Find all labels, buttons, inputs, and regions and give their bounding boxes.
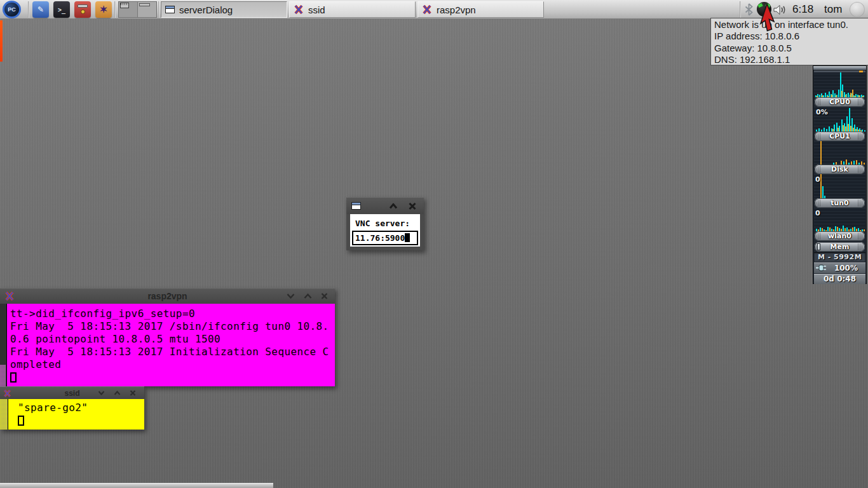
tun0-chart[interactable]: [814, 174, 865, 198]
mem-detail: M - 5992M: [814, 252, 865, 262]
vnc-server-value: 11.76:5900: [355, 233, 405, 243]
rasp2vpn-terminal[interactable]: tt->did_ifconfig_ipv6_setup=0 Fri May 5 …: [0, 304, 335, 386]
ssid-terminal[interactable]: "spare-go2": [0, 399, 144, 430]
taskbar-button-label: rasp2vpn: [437, 4, 476, 15]
terminal-line: tt->did_ifconfig_ipv6_setup=0: [10, 308, 329, 320]
disk-value: 0: [815, 175, 820, 184]
panel-separator: [158, 1, 159, 18]
close-icon[interactable]: [407, 201, 417, 211]
shade-icon[interactable]: [97, 388, 106, 398]
window-menu-icon[interactable]: [351, 202, 361, 210]
package-tool-detail: [78, 4, 88, 8]
disk-chart[interactable]: [814, 141, 865, 165]
cpu0-value: 0%: [816, 108, 828, 116]
desktop-pager[interactable]: [118, 1, 157, 18]
text-cursor: [405, 233, 410, 242]
tun0-value: 0: [815, 209, 820, 217]
top-panel: PC ✎ >_ ✶ serverDialog: [0, 0, 868, 19]
terminal-cursor: [10, 372, 17, 383]
taskbar-button-serverdialog[interactable]: serverDialog: [161, 1, 287, 18]
window-icon: [165, 6, 175, 13]
system-monitor: CPU0 0% CPU1 Disk 0 tun0 0: [813, 65, 867, 284]
rasp2vpn-window: rasp2vpn tt->did_ifconfig_ipv6_setup=0 F…: [0, 288, 335, 386]
disk-chart-graph: [814, 141, 865, 165]
wlan0-chart-graph: [814, 208, 865, 231]
panel-separator: [740, 1, 741, 18]
xterm-icon: [294, 4, 304, 15]
network-notification: Network is up on interface tun0. IP addr…: [710, 18, 868, 65]
bottom-window-edge[interactable]: [0, 483, 273, 488]
taskbar-button-ssid[interactable]: ssid: [289, 1, 416, 18]
krell-marker: [859, 71, 863, 72]
pager-mini-window: [120, 3, 129, 8]
vnc-server-input[interactable]: 11.76:5900: [352, 231, 418, 245]
desktop: PC ✎ >_ ✶ serverDialog: [0, 0, 868, 488]
bluetooth-icon[interactable]: [745, 3, 753, 16]
edge-indicator-stripe: [0, 20, 3, 62]
scrollbar-thumb[interactable]: [0, 365, 6, 386]
power-plug-icon: [816, 264, 826, 271]
tooltip-line: Gateway: 10.8.0.5: [714, 43, 868, 54]
wm-config-icon[interactable]: ✶: [95, 1, 112, 18]
mem-label: Mem: [831, 243, 850, 251]
uptime: 0d 0:48: [814, 274, 865, 284]
cpu0-chart[interactable]: [814, 71, 865, 97]
monitor-top-cap[interactable]: [813, 66, 866, 71]
taskbar-button-label: ssid: [308, 4, 325, 15]
terminal-line: "spare-go2": [18, 402, 88, 414]
cpu0-panel[interactable]: CPU0: [815, 97, 865, 107]
shade-icon[interactable]: [286, 292, 295, 301]
terminal-line: Fri May 5 18:15:13 2017 Initialization S…: [10, 346, 329, 358]
taskbar-button-label: serverDialog: [179, 4, 233, 15]
close-icon[interactable]: [320, 292, 329, 301]
pager-desk-2[interactable]: [138, 2, 157, 17]
mem-panel[interactable]: Mem: [815, 242, 865, 252]
window-title: rasp2vpn: [0, 291, 335, 301]
ssid-titlebar[interactable]: ssid: [0, 386, 144, 399]
vnc-server-label: VNC server:: [355, 219, 410, 228]
battery-row[interactable]: 100%: [814, 262, 865, 273]
package-tool-detail: [81, 10, 85, 14]
mem-krell[interactable]: [817, 243, 820, 250]
battery-value: 100%: [834, 264, 858, 273]
pager-mini-window: [139, 3, 150, 6]
cpu0-chart-graph: [814, 71, 865, 97]
maximize-icon[interactable]: [303, 292, 313, 301]
tooltip-line: Network is up on interface tun0.: [714, 19, 868, 30]
terminal-cursor: [18, 416, 24, 426]
terminal-line: Fri May 5 18:15:13 2017 /sbin/ifconfig t…: [10, 320, 329, 333]
disk-panel[interactable]: Disk: [815, 165, 865, 174]
maximize-icon[interactable]: [112, 388, 122, 398]
text-editor-icon[interactable]: ✎: [32, 1, 49, 18]
maximize-icon[interactable]: [388, 201, 398, 211]
close-icon[interactable]: [128, 388, 137, 398]
tun0-panel[interactable]: tun0: [815, 198, 865, 208]
vnc-dialog-window: VNC server: 11.76:5900: [346, 197, 424, 250]
clock: 6:18: [792, 0, 813, 19]
panel-separator: [114, 1, 116, 18]
pc-logo-icon[interactable]: PC: [3, 1, 21, 18]
vnc-dialog-body: VNC server: 11.76:5900: [350, 214, 420, 247]
cpu1-panel[interactable]: CPU1: [815, 132, 865, 141]
wlan0-panel[interactable]: wlan0: [815, 231, 865, 241]
pager-desk-1[interactable]: [119, 2, 138, 17]
tooltip-line: IP address: 10.8.0.6: [714, 30, 868, 42]
tun0-chart-graph: [814, 174, 865, 198]
terminal-line: 0.6 pointopoint 10.8.0.5 mtu 1500: [10, 333, 329, 346]
xterm-icon: [422, 4, 432, 15]
ssid-window: ssid "spare-go2": [0, 386, 144, 430]
scrollbar[interactable]: [0, 304, 7, 386]
terminal-line: ompleted: [10, 358, 329, 371]
tooltip-line: DNS: 192.168.1.1: [714, 54, 868, 65]
session-faded-icon[interactable]: [850, 2, 865, 17]
scrollbar[interactable]: [0, 399, 8, 430]
terminal-icon[interactable]: >_: [53, 1, 70, 18]
vnc-dialog-titlebar[interactable]: [346, 197, 424, 214]
taskbar-button-rasp2vpn[interactable]: rasp2vpn: [417, 1, 544, 18]
package-tool-icon[interactable]: [74, 1, 91, 18]
wlan0-chart[interactable]: [814, 208, 865, 231]
window-title: ssid: [0, 389, 144, 398]
terminal-output: tt->did_ifconfig_ipv6_setup=0 Fri May 5 …: [10, 308, 329, 383]
rasp2vpn-titlebar[interactable]: rasp2vpn: [0, 288, 335, 304]
mouse-cursor: [759, 3, 776, 34]
